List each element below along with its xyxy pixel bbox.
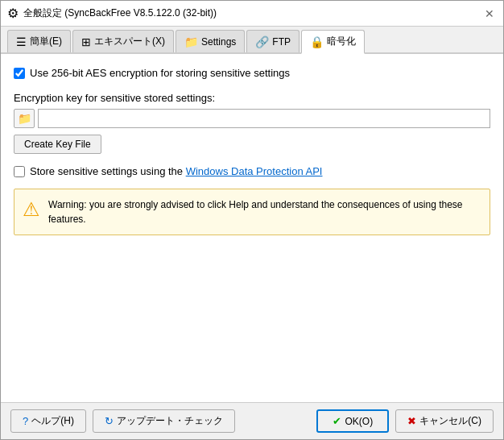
folder-browse-button[interactable]: 📁 <box>14 109 35 128</box>
update-icon: ↻ <box>105 415 114 427</box>
warning-box: ⚠ Warning: you are strongly advised to c… <box>14 189 490 235</box>
tab-bar: ☰ 簡単(E) ⊞ エキスパート(X) 📁 Settings 🔗 FTP 🔒 暗… <box>1 27 503 54</box>
aes-checkbox-label: Use 256-bit AES encryption for storing s… <box>30 67 290 79</box>
tab-expert[interactable]: ⊞ エキスパート(X) <box>72 30 174 52</box>
windows-api-label: Store sensitive settings using the Windo… <box>30 165 322 177</box>
help-label: ヘルプ(H) <box>31 414 74 428</box>
ok-label: OK(O) <box>345 416 373 427</box>
tab-settings-label: Settings <box>201 36 236 48</box>
footer: ? ヘルプ(H) ↻ アップデート・チェック ✔ OK(O) ✖ キャンセル(C… <box>1 402 503 439</box>
tab-expert-label: エキスパート(X) <box>94 35 165 48</box>
cancel-icon: ✖ <box>407 415 416 427</box>
window-title: 全般設定 (SyncBackFree V8.5.122.0 (32-bit)) <box>23 6 217 20</box>
windows-api-checkbox[interactable] <box>14 166 25 177</box>
tab-simple[interactable]: ☰ 簡単(E) <box>7 30 71 52</box>
ok-icon: ✔ <box>333 415 341 427</box>
tab-encryption[interactable]: 🔒 暗号化 <box>301 30 365 54</box>
tab-simple-label: 簡単(E) <box>30 35 62 48</box>
close-button[interactable]: ✕ <box>482 6 497 21</box>
tab-settings[interactable]: 📁 Settings <box>176 30 245 52</box>
expert-tab-icon: ⊞ <box>81 35 91 48</box>
ftp-tab-icon: 🔗 <box>255 35 269 48</box>
footer-right: ✔ OK(O) ✖ キャンセル(C) <box>316 409 494 433</box>
cancel-label: キャンセル(C) <box>419 414 481 428</box>
windows-api-row: Store sensitive settings using the Windo… <box>14 165 490 177</box>
footer-left: ? ヘルプ(H) ↻ アップデート・チェック <box>10 409 235 433</box>
help-button[interactable]: ? ヘルプ(H) <box>10 409 86 433</box>
aes-checkbox[interactable] <box>14 68 25 79</box>
app-icon: ⚙ <box>7 6 19 21</box>
update-check-button[interactable]: ↻ アップデート・チェック <box>93 409 235 433</box>
content-area: Use 256-bit AES encryption for storing s… <box>1 54 503 402</box>
key-section-label: Encryption key for sensitive stored sett… <box>14 92 490 104</box>
warning-icon: ⚠ <box>23 198 40 221</box>
aes-checkbox-row: Use 256-bit AES encryption for storing s… <box>14 67 490 79</box>
encryption-tab-icon: 🔒 <box>310 35 324 48</box>
warning-text: Warning: you are strongly advised to cli… <box>48 197 481 226</box>
tab-ftp[interactable]: 🔗 FTP <box>246 30 300 52</box>
settings-tab-icon: 📁 <box>184 35 198 48</box>
create-key-file-button[interactable]: Create Key File <box>14 135 101 154</box>
windows-api-link[interactable]: Windows Data Protection API <box>186 165 323 177</box>
update-label: アップデート・チェック <box>117 414 223 428</box>
titlebar: ⚙ 全般設定 (SyncBackFree V8.5.122.0 (32-bit)… <box>1 1 503 27</box>
tab-encryption-label: 暗号化 <box>327 35 356 48</box>
main-window: ⚙ 全般設定 (SyncBackFree V8.5.122.0 (32-bit)… <box>0 0 504 440</box>
help-icon: ? <box>23 415 28 427</box>
ok-button[interactable]: ✔ OK(O) <box>316 409 389 433</box>
simple-tab-icon: ☰ <box>16 35 27 48</box>
key-input[interactable] <box>38 109 490 128</box>
tab-ftp-label: FTP <box>272 36 291 48</box>
cancel-button[interactable]: ✖ キャンセル(C) <box>395 409 494 433</box>
key-input-row: 📁 <box>14 109 490 128</box>
